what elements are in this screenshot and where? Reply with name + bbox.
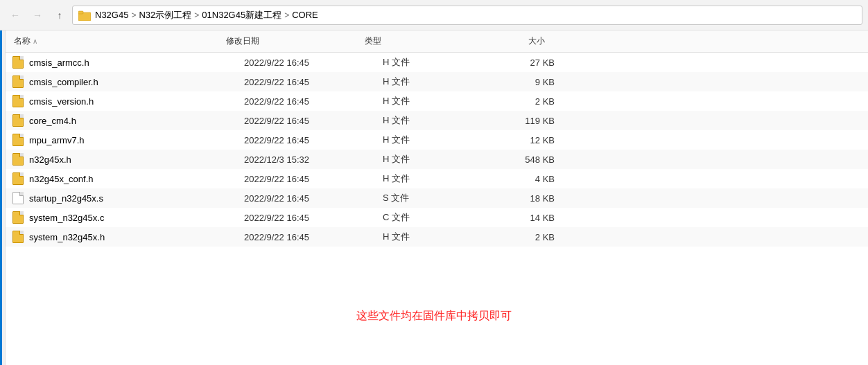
file-size: 27 KB — [494, 57, 563, 68]
file-size: 14 KB — [494, 213, 563, 223]
file-icon — [11, 152, 25, 166]
file-icon — [11, 114, 25, 127]
nav-bar: ← → ↑ N32G45 > N32示例工程 > 01N32G45新建工程 > … — [0, 0, 868, 30]
col-header-date[interactable]: 修改日期 — [226, 35, 365, 47]
file-icon — [11, 211, 25, 224]
svg-rect-1 — [78, 11, 83, 14]
file-date: 2022/9/22 16:45 — [244, 213, 383, 223]
file-icon — [11, 230, 25, 244]
file-name: n32g45x_conf.h — [29, 174, 244, 184]
file-type: H 文件 — [383, 172, 494, 185]
file-name: system_n32g45x.h — [29, 232, 244, 242]
file-type: H 文件 — [383, 231, 494, 243]
annotation-text: 这些文件均在固件库中拷贝即可 — [356, 309, 512, 323]
table-row[interactable]: cmsis_version.h2022/9/22 16:45H 文件2 KB — [6, 91, 868, 111]
file-name: mpu_armv7.h — [29, 135, 244, 145]
file-name: core_cm4.h — [29, 116, 244, 126]
file-date: 2022/9/22 16:45 — [244, 232, 383, 242]
table-row[interactable]: system_n32g45x.h2022/9/22 16:45H 文件2 KB — [6, 227, 868, 247]
file-size: 2 KB — [494, 96, 563, 107]
file-name: startup_n32g45x.s — [29, 193, 244, 204]
file-type: H 文件 — [383, 56, 494, 69]
file-name: system_n32g45x.c — [29, 213, 244, 223]
column-headers: 名称 ∧ 修改日期 类型 大小 — [6, 30, 868, 53]
table-row[interactable]: core_cm4.h2022/9/22 16:45H 文件119 KB — [6, 111, 868, 130]
breadcrumb-part-4[interactable]: CORE — [292, 10, 318, 20]
breadcrumb-part-2[interactable]: N32示例工程 — [139, 9, 191, 21]
file-icon — [11, 133, 25, 147]
file-type: H 文件 — [383, 114, 494, 127]
forward-button[interactable]: → — [28, 6, 47, 25]
file-size: 4 KB — [494, 174, 563, 184]
file-name: cmsis_compiler.h — [29, 77, 244, 87]
file-size: 548 KB — [494, 154, 563, 165]
table-row[interactable]: startup_n32g45x.s2022/9/22 16:45S 文件18 K… — [6, 188, 868, 208]
file-icon — [11, 191, 25, 205]
file-name: cmsis_armcc.h — [29, 57, 244, 68]
file-date: 2022/9/22 16:45 — [244, 174, 383, 184]
file-date: 2022/12/3 15:32 — [244, 154, 383, 165]
file-size: 18 KB — [494, 193, 563, 204]
left-indicator — [0, 30, 6, 365]
col-header-name[interactable]: 名称 ∧ — [11, 35, 226, 47]
col-header-type[interactable]: 类型 — [365, 35, 476, 47]
file-type: C 文件 — [383, 211, 494, 224]
file-icon — [11, 94, 25, 108]
file-icon — [11, 172, 25, 186]
breadcrumb-part-3[interactable]: 01N32G45新建工程 — [202, 9, 281, 21]
file-date: 2022/9/22 16:45 — [244, 135, 383, 145]
file-size: 9 KB — [494, 77, 563, 87]
breadcrumb[interactable]: N32G45 > N32示例工程 > 01N32G45新建工程 > CORE — [72, 6, 862, 25]
file-type: H 文件 — [383, 134, 494, 146]
file-name: cmsis_version.h — [29, 96, 244, 107]
table-row[interactable]: n32g45x.h2022/12/3 15:32H 文件548 KB — [6, 150, 868, 169]
file-date: 2022/9/22 16:45 — [244, 96, 383, 107]
file-type: H 文件 — [383, 153, 494, 166]
file-date: 2022/9/22 16:45 — [244, 77, 383, 87]
file-size: 12 KB — [494, 135, 563, 145]
file-size: 119 KB — [494, 116, 563, 126]
file-icon — [11, 75, 25, 89]
back-button[interactable]: ← — [6, 6, 25, 25]
file-name: n32g45x.h — [29, 154, 244, 165]
sort-arrow-name: ∧ — [33, 37, 37, 45]
table-row[interactable]: system_n32g45x.c2022/9/22 16:45C 文件14 KB — [6, 208, 868, 227]
file-list-container: 名称 ∧ 修改日期 类型 大小 cmsis_armcc.h2022/9/22 1… — [0, 30, 868, 365]
file-type: H 文件 — [383, 95, 494, 107]
file-date: 2022/9/22 16:45 — [244, 57, 383, 68]
file-date: 2022/9/22 16:45 — [244, 193, 383, 204]
file-date: 2022/9/22 16:45 — [244, 116, 383, 126]
table-row[interactable]: n32g45x_conf.h2022/9/22 16:45H 文件4 KB — [6, 169, 868, 188]
table-row[interactable]: cmsis_armcc.h2022/9/22 16:45H 文件27 KB — [6, 53, 868, 72]
table-row[interactable]: cmsis_compiler.h2022/9/22 16:45H 文件9 KB — [6, 72, 868, 91]
up-button[interactable]: ↑ — [50, 6, 69, 25]
file-type: H 文件 — [383, 75, 494, 88]
file-icon — [11, 55, 25, 69]
col-header-size[interactable]: 大小 — [476, 35, 545, 47]
table-row[interactable]: mpu_armv7.h2022/9/22 16:45H 文件12 KB — [6, 130, 868, 150]
file-size: 2 KB — [494, 232, 563, 242]
folder-icon — [78, 10, 91, 21]
breadcrumb-part-1[interactable]: N32G45 — [95, 10, 128, 20]
file-type: S 文件 — [383, 192, 494, 204]
